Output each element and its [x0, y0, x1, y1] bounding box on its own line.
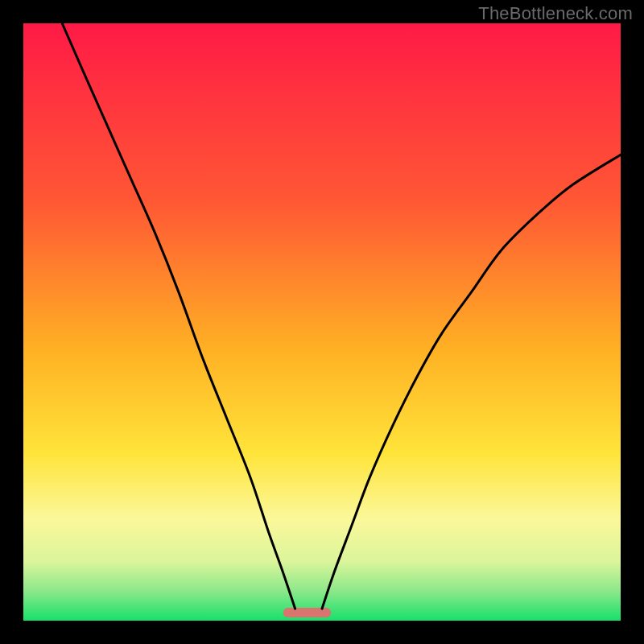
- min-marker: [283, 608, 331, 617]
- chart-frame: TheBottleneck.com: [0, 0, 644, 644]
- gradient-background: [23, 23, 621, 621]
- svg-rect-0: [283, 608, 331, 617]
- watermark-text: TheBottleneck.com: [478, 3, 633, 24]
- plot-area: [23, 23, 621, 621]
- chart-svg: [23, 23, 621, 621]
